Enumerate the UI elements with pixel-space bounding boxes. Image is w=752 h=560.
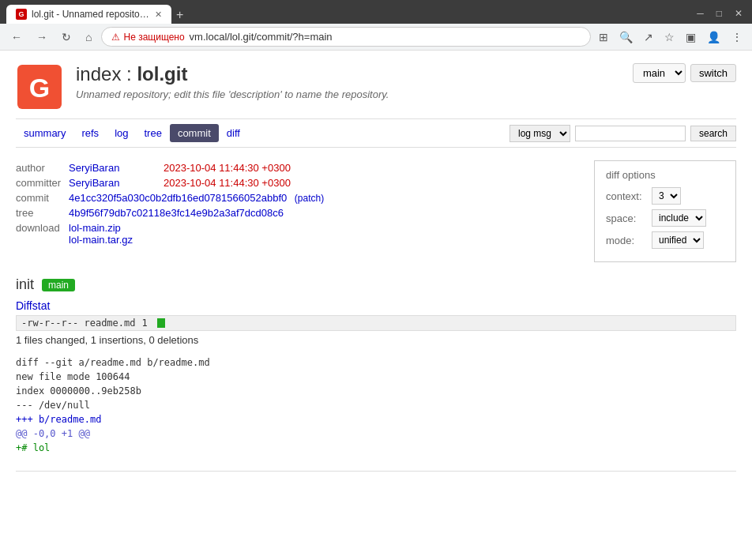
search-button[interactable]: search: [690, 126, 736, 141]
commit-info-table: author SeryiBaran 2023-10-04 11:44:30 +0…: [16, 160, 332, 247]
tab-summary[interactable]: summary: [16, 124, 73, 142]
space-label: space:: [606, 212, 645, 224]
diff-line-7: +# lol: [16, 441, 736, 455]
back-button[interactable]: ←: [6, 28, 27, 47]
tree-label: tree: [16, 205, 69, 220]
tab-favicon: G: [16, 9, 27, 20]
diff-options-title: diff options: [606, 169, 724, 181]
author-name[interactable]: SeryiBaran: [69, 162, 119, 174]
sidebar-button[interactable]: ▣: [682, 29, 699, 45]
mode-label: mode:: [606, 235, 645, 246]
branch-badge: main: [42, 279, 75, 291]
repo-description: Unnamed repository; edit this file 'desc…: [76, 88, 633, 100]
committer-label: committer: [16, 175, 69, 190]
close-button[interactable]: ✕: [731, 6, 746, 21]
download-zip[interactable]: lol-main.zip: [69, 222, 121, 234]
patch-link[interactable]: (patch): [295, 193, 324, 204]
diff-line-6: @@ -0,0 +1 @@: [16, 427, 736, 441]
browser-tab[interactable]: G lol.git - Unnamed repository; ed ✕: [6, 5, 171, 24]
space-select[interactable]: include: [652, 209, 706, 227]
svg-text:G: G: [29, 73, 50, 103]
context-label: context:: [606, 190, 645, 202]
download-label: download: [16, 220, 69, 247]
profile-button[interactable]: 👤: [704, 29, 724, 45]
url-text: vm.local/lol.git/commit/?h=main: [190, 31, 333, 43]
bookmark-button[interactable]: ☆: [661, 29, 678, 45]
download-tar[interactable]: lol-main.tar.gz: [69, 234, 133, 246]
tree-hash[interactable]: 4b9f56f79db7c02118e3fc14e9b2a3af7dcd08c6: [69, 207, 284, 219]
forward-button[interactable]: →: [32, 28, 52, 47]
diff-line-3: index 0000000..9eb258b: [16, 384, 736, 398]
commit-message: init: [16, 276, 34, 293]
minimize-button[interactable]: ─: [694, 6, 707, 21]
share-button[interactable]: ↗: [641, 29, 656, 45]
tab-log[interactable]: log: [107, 124, 136, 142]
context-select[interactable]: 3: [652, 187, 681, 205]
diffstat-count: 1: [142, 318, 148, 329]
commit-label: commit: [16, 190, 69, 205]
search-input[interactable]: [575, 126, 686, 141]
page-footer: [16, 471, 736, 484]
search-icon[interactable]: 🔍: [616, 29, 636, 45]
diffstat-bar: [157, 318, 165, 328]
diff-options-panel: diff options context: 3 space: include m…: [594, 160, 736, 262]
author-label: author: [16, 160, 69, 175]
home-button[interactable]: ⌂: [81, 28, 96, 47]
mode-select[interactable]: unified: [652, 231, 704, 249]
diff-line-4: --- /dev/null: [16, 398, 736, 412]
extensions-button[interactable]: ⊞: [596, 29, 611, 45]
diffstat-bar-row: -rw-r--r-- readme.md 1: [16, 315, 736, 331]
diff-line-2: new file mode 100644: [16, 370, 736, 384]
tab-tree[interactable]: tree: [136, 124, 169, 142]
commit-hash[interactable]: 4e1cc320f5a030c0b2dfb16ed0781566052abbf0: [69, 192, 287, 204]
diffstat-summary: 1 files changed, 1 insertions, 0 deletio…: [16, 334, 736, 346]
tab-title: lol.git - Unnamed repository; ed: [32, 9, 150, 20]
diffstat-section: Diffstat -rw-r--r-- readme.md 1 1 files …: [16, 299, 736, 346]
security-indicator: ⚠ Не защищено: [111, 32, 184, 43]
warning-icon: ⚠: [111, 32, 120, 43]
security-text: Не защищено: [123, 32, 184, 43]
committer-name[interactable]: SeryiBaran: [69, 177, 119, 189]
address-bar[interactable]: ⚠ Не защищено vm.local/lol.git/commit/?h…: [101, 27, 591, 47]
repo-title: index : lol.git: [76, 63, 633, 85]
nav-tabs: summary refs log tree commit diff log ms…: [16, 119, 736, 148]
new-tab-button[interactable]: +: [171, 6, 188, 24]
commit-heading: init main: [16, 276, 736, 293]
diffstat-title[interactable]: Diffstat: [16, 299, 736, 312]
switch-button[interactable]: switch: [690, 64, 736, 82]
committer-date: 2023-10-04 11:44:30 +0300: [140, 175, 332, 190]
tab-diff[interactable]: diff: [219, 124, 248, 142]
branch-select[interactable]: main: [633, 63, 686, 83]
author-date: 2023-10-04 11:44:30 +0300: [140, 160, 332, 175]
maximize-button[interactable]: □: [713, 6, 725, 21]
menu-button[interactable]: ⋮: [728, 29, 746, 45]
tab-close-button[interactable]: ✕: [155, 9, 162, 20]
diffstat-file: -rw-r--r-- readme.md: [21, 318, 136, 329]
tab-commit[interactable]: commit: [170, 124, 219, 142]
diff-line-1: diff --git a/readme.md b/readme.md: [16, 355, 736, 370]
tab-refs[interactable]: refs: [73, 124, 107, 142]
diff-line-5: +++ b/readme.md: [16, 412, 736, 427]
git-logo: G: [16, 63, 63, 111]
log-msg-select[interactable]: log msg: [509, 125, 570, 142]
reload-button[interactable]: ↻: [57, 28, 76, 47]
diff-content: diff --git a/readme.md b/readme.md new f…: [16, 355, 736, 455]
